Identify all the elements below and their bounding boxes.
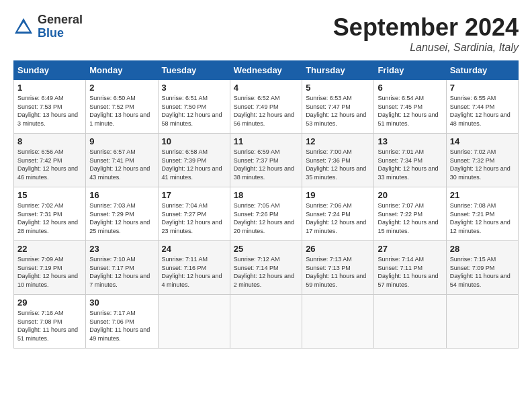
day-detail: Sunrise: 6:52 AM Sunset: 7:49 PM Dayligh… bbox=[234, 94, 298, 128]
day-number: 10 bbox=[162, 136, 226, 146]
day-number: 23 bbox=[89, 244, 154, 254]
calendar-day: 7Sunrise: 6:55 AM Sunset: 7:44 PM Daylig… bbox=[446, 80, 518, 134]
weekday-header: Saturday bbox=[446, 61, 518, 80]
day-detail: Sunrise: 7:03 AM Sunset: 7:29 PM Dayligh… bbox=[89, 201, 154, 235]
weekday-header: Monday bbox=[86, 61, 158, 80]
header-row: SundayMondayTuesdayWednesdayThursdayFrid… bbox=[14, 61, 519, 80]
logo-blue: Blue bbox=[38, 27, 83, 40]
day-number: 28 bbox=[450, 244, 515, 254]
day-number: 3 bbox=[162, 83, 226, 93]
day-detail: Sunrise: 6:58 AM Sunset: 7:39 PM Dayligh… bbox=[162, 148, 226, 181]
day-detail: Sunrise: 7:10 AM Sunset: 7:17 PM Dayligh… bbox=[89, 255, 154, 289]
calendar-day: 2Sunrise: 6:50 AM Sunset: 7:52 PM Daylig… bbox=[86, 80, 158, 134]
day-number: 25 bbox=[234, 244, 298, 254]
weekday-header: Sunday bbox=[14, 61, 86, 80]
calendar-day: 19Sunrise: 7:06 AM Sunset: 7:24 PM Dayli… bbox=[302, 187, 374, 241]
day-detail: Sunrise: 7:02 AM Sunset: 7:31 PM Dayligh… bbox=[17, 201, 82, 235]
calendar-day: 30Sunrise: 7:17 AM Sunset: 7:06 PM Dayli… bbox=[86, 295, 158, 349]
day-detail: Sunrise: 7:13 AM Sunset: 7:13 PM Dayligh… bbox=[306, 255, 370, 289]
day-number: 13 bbox=[378, 136, 442, 146]
calendar-day bbox=[302, 295, 374, 349]
day-detail: Sunrise: 6:55 AM Sunset: 7:44 PM Dayligh… bbox=[450, 94, 515, 128]
day-detail: Sunrise: 7:01 AM Sunset: 7:34 PM Dayligh… bbox=[378, 148, 442, 181]
day-number: 16 bbox=[89, 190, 154, 200]
calendar-day: 12Sunrise: 7:00 AM Sunset: 7:36 PM Dayli… bbox=[302, 134, 374, 187]
day-detail: Sunrise: 7:00 AM Sunset: 7:36 PM Dayligh… bbox=[306, 148, 370, 181]
calendar-week: 8Sunrise: 6:56 AM Sunset: 7:42 PM Daylig… bbox=[14, 134, 519, 187]
calendar-day: 15Sunrise: 7:02 AM Sunset: 7:31 PM Dayli… bbox=[14, 187, 86, 241]
calendar-week: 29Sunrise: 7:16 AM Sunset: 7:08 PM Dayli… bbox=[14, 295, 519, 349]
day-detail: Sunrise: 6:57 AM Sunset: 7:41 PM Dayligh… bbox=[89, 148, 154, 181]
day-number: 22 bbox=[17, 244, 82, 254]
calendar-day: 20Sunrise: 7:07 AM Sunset: 7:22 PM Dayli… bbox=[374, 187, 446, 241]
weekday-header: Tuesday bbox=[158, 61, 230, 80]
calendar-day: 27Sunrise: 7:14 AM Sunset: 7:11 PM Dayli… bbox=[374, 241, 446, 295]
day-detail: Sunrise: 7:11 AM Sunset: 7:16 PM Dayligh… bbox=[162, 255, 226, 289]
day-number: 4 bbox=[234, 83, 298, 93]
calendar-body: 1Sunrise: 6:49 AM Sunset: 7:53 PM Daylig… bbox=[14, 80, 519, 349]
calendar-header: SundayMondayTuesdayWednesdayThursdayFrid… bbox=[14, 61, 519, 80]
calendar-day: 11Sunrise: 6:59 AM Sunset: 7:37 PM Dayli… bbox=[230, 134, 302, 187]
calendar-day: 17Sunrise: 7:04 AM Sunset: 7:27 PM Dayli… bbox=[158, 187, 230, 241]
day-detail: Sunrise: 6:59 AM Sunset: 7:37 PM Dayligh… bbox=[234, 148, 298, 181]
title-block: September 2024 Lanusei, Sardinia, Italy bbox=[333, 13, 519, 54]
day-detail: Sunrise: 7:16 AM Sunset: 7:08 PM Dayligh… bbox=[17, 309, 82, 342]
day-number: 30 bbox=[89, 298, 154, 308]
day-detail: Sunrise: 6:56 AM Sunset: 7:42 PM Dayligh… bbox=[17, 148, 82, 181]
day-number: 17 bbox=[162, 190, 226, 200]
month-title: September 2024 bbox=[333, 13, 519, 42]
calendar-day: 9Sunrise: 6:57 AM Sunset: 7:41 PM Daylig… bbox=[86, 134, 158, 187]
calendar-day: 3Sunrise: 6:51 AM Sunset: 7:50 PM Daylig… bbox=[158, 80, 230, 134]
day-number: 8 bbox=[17, 136, 82, 146]
day-number: 15 bbox=[17, 190, 82, 200]
calendar-day: 4Sunrise: 6:52 AM Sunset: 7:49 PM Daylig… bbox=[230, 80, 302, 134]
logo-general: General bbox=[38, 13, 83, 27]
logo-text: General Blue bbox=[38, 13, 83, 40]
day-number: 14 bbox=[450, 136, 515, 146]
day-number: 5 bbox=[306, 83, 370, 93]
calendar-day: 28Sunrise: 7:15 AM Sunset: 7:09 PM Dayli… bbox=[446, 241, 518, 295]
calendar-day bbox=[374, 295, 446, 349]
calendar-day: 25Sunrise: 7:12 AM Sunset: 7:14 PM Dayli… bbox=[230, 241, 302, 295]
day-detail: Sunrise: 6:53 AM Sunset: 7:47 PM Dayligh… bbox=[306, 94, 370, 128]
day-detail: Sunrise: 7:14 AM Sunset: 7:11 PM Dayligh… bbox=[378, 255, 442, 289]
calendar-day: 14Sunrise: 7:02 AM Sunset: 7:32 PM Dayli… bbox=[446, 134, 518, 187]
calendar-day: 22Sunrise: 7:09 AM Sunset: 7:19 PM Dayli… bbox=[14, 241, 86, 295]
logo-icon bbox=[13, 17, 34, 37]
day-detail: Sunrise: 7:06 AM Sunset: 7:24 PM Dayligh… bbox=[306, 201, 370, 235]
weekday-header: Friday bbox=[374, 61, 446, 80]
calendar-day bbox=[230, 295, 302, 349]
calendar-day: 16Sunrise: 7:03 AM Sunset: 7:29 PM Dayli… bbox=[86, 187, 158, 241]
day-number: 2 bbox=[89, 83, 154, 93]
day-detail: Sunrise: 7:05 AM Sunset: 7:26 PM Dayligh… bbox=[234, 201, 298, 235]
day-detail: Sunrise: 6:50 AM Sunset: 7:52 PM Dayligh… bbox=[89, 94, 154, 128]
day-detail: Sunrise: 7:02 AM Sunset: 7:32 PM Dayligh… bbox=[450, 148, 515, 181]
day-number: 29 bbox=[17, 298, 82, 308]
day-number: 12 bbox=[306, 136, 370, 146]
calendar-day: 21Sunrise: 7:08 AM Sunset: 7:21 PM Dayli… bbox=[446, 187, 518, 241]
calendar-table: SundayMondayTuesdayWednesdayThursdayFrid… bbox=[13, 60, 519, 349]
calendar-week: 15Sunrise: 7:02 AM Sunset: 7:31 PM Dayli… bbox=[14, 187, 519, 241]
day-detail: Sunrise: 7:08 AM Sunset: 7:21 PM Dayligh… bbox=[450, 201, 515, 235]
day-number: 6 bbox=[378, 83, 442, 93]
day-number: 7 bbox=[450, 83, 515, 93]
day-detail: Sunrise: 7:04 AM Sunset: 7:27 PM Dayligh… bbox=[162, 201, 226, 235]
day-number: 21 bbox=[450, 190, 515, 200]
calendar-day: 13Sunrise: 7:01 AM Sunset: 7:34 PM Dayli… bbox=[374, 134, 446, 187]
day-number: 1 bbox=[17, 83, 82, 93]
day-number: 26 bbox=[306, 244, 370, 254]
day-number: 20 bbox=[378, 190, 442, 200]
day-number: 18 bbox=[234, 190, 298, 200]
calendar-day bbox=[446, 295, 518, 349]
weekday-header: Thursday bbox=[302, 61, 374, 80]
day-detail: Sunrise: 6:51 AM Sunset: 7:50 PM Dayligh… bbox=[162, 94, 226, 128]
calendar-day: 8Sunrise: 6:56 AM Sunset: 7:42 PM Daylig… bbox=[14, 134, 86, 187]
calendar-day: 23Sunrise: 7:10 AM Sunset: 7:17 PM Dayli… bbox=[86, 241, 158, 295]
day-detail: Sunrise: 6:49 AM Sunset: 7:53 PM Dayligh… bbox=[17, 94, 82, 128]
day-number: 24 bbox=[162, 244, 226, 254]
day-detail: Sunrise: 7:17 AM Sunset: 7:06 PM Dayligh… bbox=[89, 309, 154, 342]
calendar-week: 1Sunrise: 6:49 AM Sunset: 7:53 PM Daylig… bbox=[14, 80, 519, 134]
page-header: General Blue September 2024 Lanusei, Sar… bbox=[13, 13, 519, 54]
day-number: 11 bbox=[234, 136, 298, 146]
day-number: 19 bbox=[306, 190, 370, 200]
